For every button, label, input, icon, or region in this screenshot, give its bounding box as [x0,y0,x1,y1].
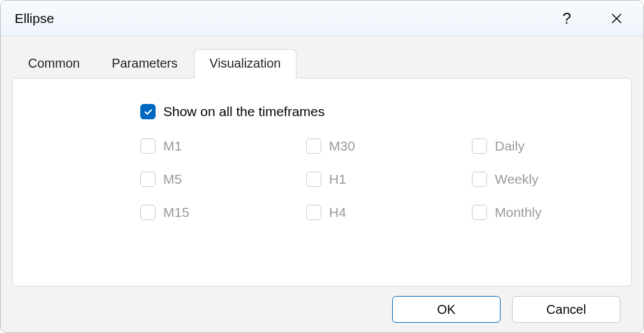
timeframe-label: H1 [329,172,346,187]
timeframe-label: Daily [495,138,525,154]
timeframe-row-m5: M5 [140,172,306,187]
timeframe-row-h1: H1 [306,172,472,187]
timeframe-checkbox-m1[interactable] [140,138,156,154]
dialog-footer: OK Cancel [12,286,632,332]
tab-common[interactable]: Common [12,49,96,78]
dialog-title: Ellipse [15,11,552,26]
tab-label: Visualization [210,56,281,70]
timeframe-checkbox-h1[interactable] [306,172,321,187]
timeframe-checkbox-daily[interactable] [472,138,487,154]
show-all-timeframes-label: Show on all the timeframes [163,104,325,119]
button-label: Cancel [546,302,586,317]
timeframe-row-m15: M15 [140,205,306,220]
timeframe-checkbox-m15[interactable] [140,205,156,220]
timeframe-label: Weekly [495,172,538,187]
timeframe-grid: M1 M30 Daily M5 H1 [140,138,606,220]
timeframe-checkbox-monthly[interactable] [472,205,487,220]
check-icon [143,107,153,117]
timeframe-row-weekly: Weekly [472,172,638,187]
tab-panel-visualization: Show on all the timeframes M1 M30 Daily [12,78,632,286]
timeframe-label: M15 [163,205,189,220]
tab-label: Parameters [112,56,177,70]
titlebar: Ellipse ? [1,1,643,36]
timeframe-checkbox-weekly[interactable] [472,172,487,187]
show-all-timeframes-row: Show on all the timeframes [140,104,606,119]
button-label: OK [437,302,456,317]
timeframe-row-monthly: Monthly [472,205,638,220]
timeframe-label: M5 [163,172,182,187]
timeframe-label: Monthly [495,205,542,220]
timeframe-checkbox-m30[interactable] [306,138,321,154]
timeframe-label: H4 [329,205,346,220]
tab-visualization[interactable]: Visualization [194,49,297,78]
timeframe-checkbox-m5[interactable] [140,172,156,187]
show-all-timeframes-checkbox[interactable] [140,104,156,119]
tab-label: Common [28,56,80,70]
tab-parameters[interactable]: Parameters [96,49,193,78]
timeframe-row-h4: H4 [306,205,472,220]
timeframe-label: M1 [163,138,182,154]
ok-button[interactable]: OK [392,296,501,323]
timeframe-row-m1: M1 [140,138,306,154]
timeframe-row-daily: Daily [472,138,638,154]
tab-bar: Common Parameters Visualization [12,49,632,78]
timeframe-label: M30 [329,138,355,154]
help-button[interactable]: ? [552,3,582,34]
dialog-window: Ellipse ? Common Parameters Visualizatio… [0,0,644,333]
cancel-button[interactable]: Cancel [512,296,620,323]
timeframe-checkbox-h4[interactable] [306,205,321,220]
timeframe-row-m30: M30 [306,138,472,154]
close-button[interactable] [601,3,632,34]
close-icon [611,13,622,24]
dialog-body: Common Parameters Visualization Show on … [1,36,643,332]
